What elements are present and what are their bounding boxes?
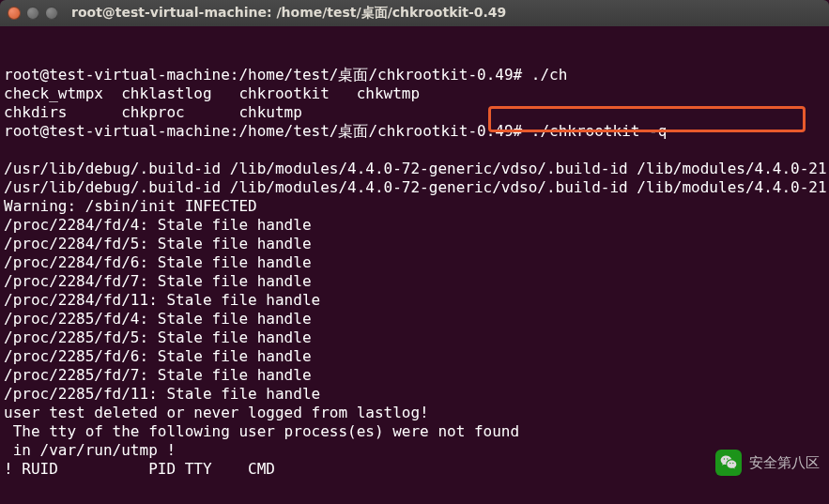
window-buttons: [8, 7, 58, 20]
terminal-line: /proc/2284/fd/11: Stale file handle: [4, 291, 825, 310]
terminal-line: ! RUID PID TTY CMD: [4, 460, 825, 479]
window-title: root@test-virtual-machine: /home/test/桌面…: [71, 5, 506, 22]
terminal-line: check_wtmpx chklastlog chkrootkit chkwtm…: [4, 84, 825, 103]
terminal-line: /proc/2285/fd/7: Stale file handle: [4, 366, 825, 385]
terminal-line: root@test-virtual-machine:/home/test/桌面/…: [4, 122, 825, 141]
terminal-line: /usr/lib/debug/.build-id /lib/modules/4.…: [4, 160, 825, 178]
terminal-line: [4, 141, 825, 160]
terminal-line: root@test-virtual-machine:/home/test/桌面/…: [4, 66, 825, 84]
terminal-line: /proc/2285/fd/5: Stale file handle: [4, 328, 825, 347]
minimize-icon[interactable]: [26, 7, 39, 20]
window-titlebar: root@test-virtual-machine: /home/test/桌面…: [0, 0, 829, 26]
terminal-line: /proc/2285/fd/4: Stale file handle: [4, 310, 825, 328]
terminal-line: /proc/2284/fd/7: Stale file handle: [4, 272, 825, 291]
terminal-line: /proc/2285/fd/6: Stale file handle: [4, 347, 825, 366]
terminal-line: /proc/2284/fd/6: Stale file handle: [4, 253, 825, 272]
terminal-line: /usr/lib/debug/.build-id /lib/modules/4.…: [4, 178, 825, 197]
terminal-line: /proc/2285/fd/11: Stale file handle: [4, 385, 825, 404]
terminal-line: in /var/run/utmp !: [4, 441, 825, 460]
terminal-line: /proc/2284/fd/5: Stale file handle: [4, 235, 825, 253]
close-icon[interactable]: [8, 7, 21, 20]
watermark: 安全第八区: [715, 450, 820, 476]
terminal-line: /proc/2284/fd/4: Stale file handle: [4, 216, 825, 235]
terminal-line: Warning: /sbin/init INFECTED: [4, 197, 825, 216]
terminal-line: user test deleted or never logged from l…: [4, 404, 825, 422]
wechat-icon: [715, 450, 742, 476]
terminal-output[interactable]: root@test-virtual-machine:/home/test/桌面/…: [0, 26, 829, 481]
maximize-icon[interactable]: [45, 7, 58, 20]
watermark-text: 安全第八区: [749, 454, 820, 472]
terminal-line: The tty of the following user process(es…: [4, 422, 825, 441]
terminal-line: chkdirs chkproc chkutmp: [4, 103, 825, 122]
